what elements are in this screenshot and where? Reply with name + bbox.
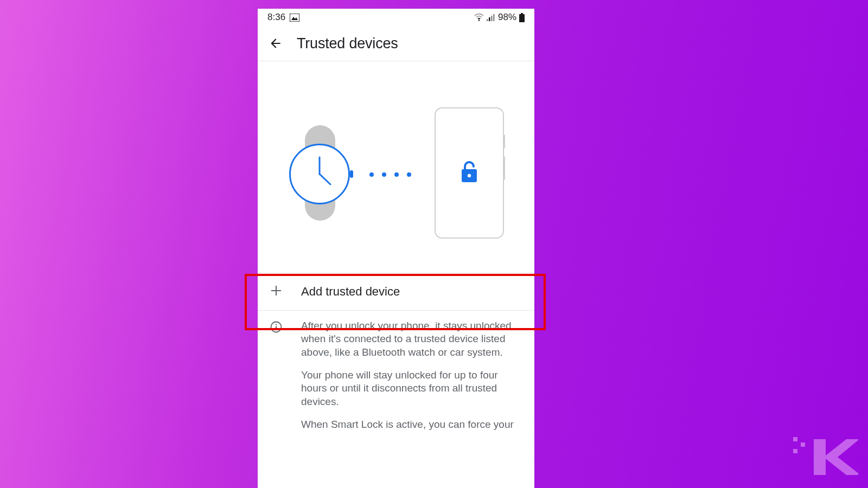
phone-outline-icon	[435, 107, 504, 239]
svg-point-12	[468, 174, 471, 177]
plus-icon	[270, 284, 283, 299]
svg-point-2	[478, 20, 480, 21]
svg-rect-14	[276, 326, 277, 330]
screenshot-icon	[290, 14, 299, 22]
info-text: After you unlock your phone, it stays un…	[301, 319, 522, 441]
svg-line-10	[320, 174, 330, 184]
svg-rect-8	[519, 14, 525, 22]
info-paragraph-3: When Smart Lock is active, you can force…	[301, 418, 522, 431]
info-paragraph-1: After you unlock your phone, it stays un…	[301, 319, 522, 359]
watch-face-icon	[289, 144, 350, 204]
page-title: Trusted devices	[297, 35, 398, 52]
info-paragraph-2: Your phone will stay unlocked for up to …	[301, 369, 522, 408]
svg-rect-18	[793, 449, 797, 453]
add-trusted-device-row[interactable]: Add trusted device	[258, 273, 534, 311]
svg-rect-3	[487, 19, 488, 21]
info-section: After you unlock your phone, it stays un…	[258, 311, 534, 441]
illustration-area	[258, 61, 534, 273]
wifi-icon	[474, 14, 484, 21]
connection-dots-icon	[369, 172, 411, 177]
svg-rect-16	[793, 437, 797, 441]
svg-rect-0	[290, 14, 299, 22]
watermark-k-icon	[793, 433, 858, 484]
app-bar: Trusted devices	[258, 26, 534, 61]
battery-pct: 98%	[498, 12, 516, 23]
phone-frame: 8:36 98% T	[258, 9, 534, 488]
watch-crown-icon	[350, 170, 353, 178]
status-time: 8:36	[267, 12, 285, 23]
svg-rect-17	[801, 442, 805, 447]
add-trusted-device-label: Add trusted device	[301, 285, 400, 299]
battery-icon	[519, 13, 525, 22]
unlock-icon	[458, 159, 480, 187]
info-icon	[270, 320, 283, 336]
svg-rect-15	[276, 324, 277, 325]
svg-rect-5	[491, 16, 493, 21]
signal-icon	[487, 14, 495, 21]
svg-rect-4	[489, 17, 490, 21]
svg-rect-6	[493, 14, 495, 21]
gradient-background: 8:36 98% T	[0, 0, 868, 488]
svg-rect-7	[521, 13, 523, 14]
svg-marker-1	[291, 17, 298, 20]
back-button[interactable]	[269, 36, 283, 50]
status-bar: 8:36 98%	[258, 9, 534, 26]
